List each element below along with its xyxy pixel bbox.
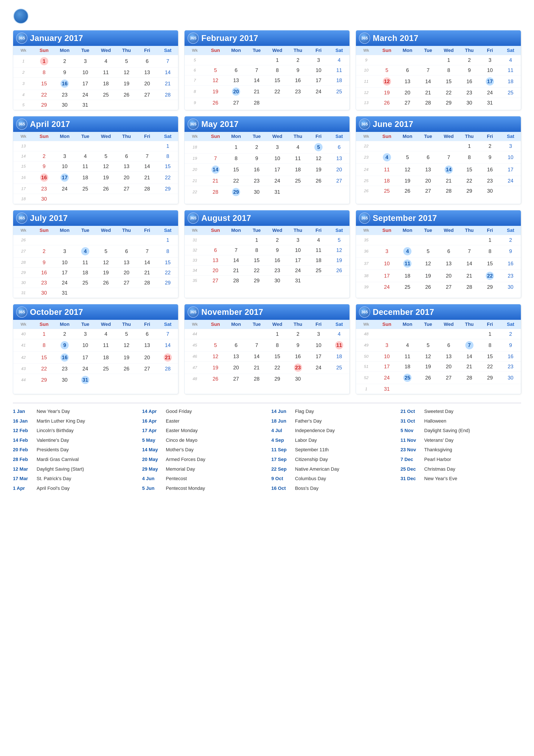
- cal-day: 15: [157, 161, 178, 172]
- month-title: October 2017: [30, 308, 83, 317]
- cal-day: 17: [308, 75, 329, 86]
- cal-day: 5: [397, 151, 418, 164]
- cal-day: 30: [246, 186, 267, 198]
- col-header-tue: Tue: [246, 320, 267, 329]
- holiday-item: 12 MarDaylight Saving (Start): [13, 466, 134, 472]
- cal-day: 20: [116, 268, 137, 278]
- cal-day: [459, 235, 480, 245]
- cal-day: 27: [329, 176, 349, 186]
- week-number: 41: [13, 339, 34, 351]
- col-header-tue: Tue: [418, 46, 438, 55]
- holiday-name: Christmas Day: [424, 466, 455, 472]
- cal-day: 19: [397, 176, 418, 186]
- week-number: 35: [356, 235, 377, 245]
- week-number: 20: [185, 164, 205, 176]
- cal-day: 9: [246, 153, 267, 164]
- col-header-fri: Fri: [480, 46, 500, 55]
- cal-day: 22: [459, 176, 480, 186]
- cal-day: [96, 235, 116, 245]
- week-number: 48: [356, 329, 377, 339]
- col-header-sat: Sat: [157, 226, 178, 235]
- cal-day: 8: [267, 65, 288, 75]
- cal-day: 14: [157, 68, 178, 78]
- cal-day: 20: [438, 362, 459, 372]
- cal-day: 29: [34, 100, 55, 110]
- holiday-name: Columbus Day: [295, 475, 326, 482]
- cal-day: 24: [377, 372, 397, 384]
- cal-day: 26: [116, 364, 137, 374]
- week-number: 16: [13, 172, 34, 184]
- cal-day: [288, 186, 308, 198]
- cal-day: [418, 55, 438, 65]
- cal-day: 16: [246, 164, 267, 176]
- cal-day: 8: [267, 339, 288, 351]
- cal-day: 20: [397, 88, 418, 98]
- cal-day: [205, 329, 226, 339]
- month-header: 365January 2017: [13, 30, 178, 46]
- col-header-mon: Mon: [397, 320, 418, 329]
- holiday-item: 29 MayMemorial Day: [142, 466, 263, 472]
- cal-day: 14: [137, 257, 158, 268]
- cal-day: 18: [96, 351, 116, 364]
- cal-day: 14: [205, 164, 226, 176]
- cal-day: [96, 374, 116, 386]
- cal-day: 8: [459, 151, 480, 164]
- cal-day: [329, 186, 349, 198]
- calendar-november-2017: 365November 2017WkSunMonTueWedThuFriSat4…: [184, 304, 350, 394]
- week-number: 50: [356, 351, 377, 362]
- cal-day: [75, 235, 96, 245]
- cal-day: 10: [288, 245, 308, 256]
- cal-day: [157, 288, 178, 298]
- col-header-thu: Thu: [459, 46, 480, 55]
- cal-day: 13: [438, 257, 459, 270]
- cal-day: 9: [500, 245, 521, 257]
- holiday-item: 20 MayArmed Forces Day: [142, 456, 263, 463]
- cal-day: 27: [418, 186, 438, 196]
- cal-day: 25: [329, 362, 349, 374]
- week-number: 35: [185, 276, 205, 286]
- week-number: 45: [185, 339, 205, 351]
- cal-day: 19: [308, 164, 329, 176]
- cal-day: [438, 384, 459, 394]
- cal-day: 18: [397, 270, 418, 282]
- holiday-date: 20 May: [142, 456, 164, 463]
- cal-day: 5: [308, 141, 329, 153]
- cal-day: 23: [500, 362, 521, 372]
- col-header-mon: Mon: [55, 46, 75, 55]
- cal-day: [116, 374, 137, 386]
- col-header-sun: Sun: [34, 226, 55, 235]
- cal-day: 18: [329, 351, 349, 362]
- calendar-december-2017: 365December 2017WkSunMonTueWedThuFriSat4…: [356, 304, 521, 394]
- cal-day: 26: [205, 98, 226, 108]
- cal-day: 15: [480, 257, 500, 270]
- holiday-name: Father's Day: [295, 418, 322, 424]
- cal-day: 26: [205, 374, 226, 384]
- cal-day: 30: [34, 288, 55, 298]
- cal-day: 5: [377, 65, 397, 75]
- cal-day: 27: [397, 98, 418, 108]
- cal-day: [418, 141, 438, 151]
- week-number: 8: [185, 86, 205, 98]
- cal-day: 16: [500, 257, 521, 270]
- cal-day: 3: [308, 329, 329, 339]
- cal-day: 12: [418, 351, 438, 362]
- col-header-sat: Sat: [157, 46, 178, 55]
- cal-day: [55, 141, 75, 151]
- cal-day: 11: [397, 257, 418, 270]
- col-header-sun: Sun: [205, 226, 226, 235]
- cal-day: 2: [246, 141, 267, 153]
- col-header-mon: Mon: [397, 46, 418, 55]
- week-number: 6: [185, 65, 205, 75]
- cal-day: [480, 384, 500, 394]
- cal-day: 7: [246, 339, 267, 351]
- cal-day: 11: [288, 153, 308, 164]
- cal-day: 12: [397, 164, 418, 176]
- col-header-sun: Sun: [34, 46, 55, 55]
- calendar-may-2017: 365May 2017WkSunMonTueWedThuFriSat181234…: [184, 116, 350, 204]
- week-number: 44: [13, 374, 34, 386]
- holiday-name: Easter Monday: [166, 428, 198, 434]
- holiday-item: 16 JanMartin Luther King Day: [13, 418, 134, 424]
- cal-day: 21: [459, 362, 480, 372]
- week-number: 28: [13, 257, 34, 268]
- cal-day: 17: [500, 164, 521, 176]
